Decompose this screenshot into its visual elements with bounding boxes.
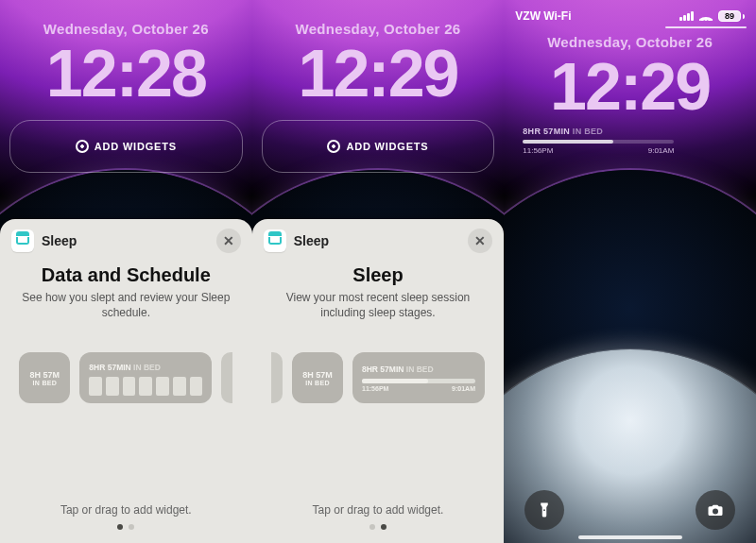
lock-screen-clock[interactable]: 12:28 — [0, 41, 252, 107]
widget-choices-row[interactable]: 8H 57M IN BED 8HR 57MIN IN BED 11:56PM 9… — [264, 352, 493, 403]
large-widget-label: IN BED — [133, 363, 161, 372]
widget-value: 8HR 57MIN — [523, 127, 570, 136]
sleep-widget-large[interactable]: 8HR 57MIN IN BED — [79, 352, 212, 403]
carrier-label: VZW Wi-Fi — [515, 9, 571, 23]
sleep-progress-bar — [523, 140, 674, 144]
small-widget-label: IN BED — [33, 380, 58, 386]
large-widget-label: IN BED — [406, 365, 434, 374]
sheet-title: Sleep — [264, 264, 493, 286]
wifi-icon — [699, 11, 713, 21]
sheet-app-name: Sleep — [42, 233, 77, 248]
camera-button[interactable] — [696, 490, 735, 530]
lock-screen-header: Wednesday, October 26 12:29 ADD WIDGETS — [252, 0, 505, 173]
prev-widget-peek[interactable] — [271, 352, 283, 403]
timeline-end: 9:01AM — [452, 385, 475, 392]
small-widget-value: 8H 57M — [302, 370, 333, 380]
page-dot — [369, 524, 375, 530]
flashlight-button[interactable] — [524, 490, 564, 530]
next-widget-peek[interactable] — [221, 352, 232, 403]
large-widget-value: 8HR 57MIN — [362, 365, 404, 374]
small-widget-value: 8H 57M — [30, 370, 60, 380]
camera-icon — [707, 501, 724, 518]
large-widget-value: 8HR 57MIN — [89, 363, 130, 372]
lock-screen-clock[interactable]: 12:29 — [252, 41, 505, 107]
lock-screen-date[interactable]: Wednesday, October 26 — [0, 21, 252, 37]
battery-indicator: 89 — [718, 10, 745, 22]
sleep-app-icon — [11, 229, 34, 252]
close-icon: ✕ — [223, 233, 234, 248]
sheet-title: Data and Schedule — [11, 264, 241, 286]
plus-icon — [76, 140, 89, 153]
sleep-lockscreen-widget[interactable]: 8HR 57MIN IN BED 11:56PM 9:01AM — [523, 127, 674, 155]
small-widget-label: IN BED — [305, 380, 330, 386]
widget-picker-sheet: Sleep ✕ Sleep View your most recent slee… — [252, 219, 505, 543]
page-indicator[interactable] — [11, 524, 241, 535]
sheet-hint: Tap or drag to add widget. — [264, 503, 493, 517]
widget-label: IN BED — [573, 127, 603, 136]
lock-screen-header: Wednesday, October 26 12:28 ADD WIDGETS — [0, 0, 252, 173]
flashlight-icon — [536, 501, 553, 518]
sheet-hint: Tap or drag to add widget. — [11, 503, 241, 517]
page-dot — [129, 524, 134, 530]
status-bar: VZW Wi-Fi 89 — [504, 6, 756, 26]
page-indicator[interactable] — [264, 524, 493, 535]
battery-percent: 89 — [719, 11, 740, 21]
page-dot-active — [117, 524, 123, 530]
cellular-signal-icon — [679, 11, 694, 21]
add-widgets-label: ADD WIDGETS — [94, 141, 177, 152]
screenshot-panel-3: VZW Wi-Fi 89 Wednesday, October 26 12:29… — [504, 0, 756, 543]
sleep-timeline-icon: 11:56PM 9:01AM — [362, 379, 475, 394]
sleep-app-icon — [264, 229, 286, 252]
sleep-bars-icon — [89, 377, 202, 396]
sleep-widget-large[interactable]: 8HR 57MIN IN BED 11:56PM 9:01AM — [352, 352, 485, 403]
add-widgets-button[interactable]: ADD WIDGETS — [262, 120, 495, 173]
sheet-subtitle: View your most recent sleep session incl… — [264, 290, 493, 320]
add-widgets-label: ADD WIDGETS — [346, 141, 428, 152]
close-button[interactable]: ✕ — [216, 229, 241, 253]
widget-choices-row[interactable]: 8H 57M IN BED 8HR 57MIN IN BED — [11, 352, 241, 403]
sheet-subtitle: See how you slept and review your Sleep … — [11, 290, 241, 320]
plus-icon — [327, 140, 340, 153]
add-widgets-button[interactable]: ADD WIDGETS — [9, 120, 243, 173]
screenshot-panel-1: Wednesday, October 26 12:28 ADD WIDGETS … — [0, 0, 252, 543]
sleep-widget-small[interactable]: 8H 57M IN BED — [292, 352, 343, 403]
lock-screen-date: Wednesday, October 26 — [504, 34, 756, 50]
sheet-app-name: Sleep — [294, 233, 329, 248]
widget-end-time: 9:01AM — [648, 146, 675, 155]
lock-screen-date[interactable]: Wednesday, October 26 — [252, 21, 505, 37]
screenshot-panel-2: Wednesday, October 26 12:29 ADD WIDGETS … — [252, 0, 505, 543]
timeline-start: 11:56PM — [362, 385, 388, 392]
home-indicator[interactable] — [578, 535, 682, 539]
widget-picker-sheet: Sleep ✕ Data and Schedule See how you sl… — [0, 219, 252, 543]
page-dot-active — [381, 524, 387, 530]
sleep-widget-small[interactable]: 8H 57M IN BED — [19, 352, 70, 403]
lock-screen-clock: 12:29 — [504, 54, 756, 120]
widget-start-time: 11:56PM — [523, 146, 553, 155]
status-underline — [665, 26, 747, 28]
close-icon: ✕ — [474, 233, 486, 248]
close-button[interactable]: ✕ — [468, 229, 492, 253]
